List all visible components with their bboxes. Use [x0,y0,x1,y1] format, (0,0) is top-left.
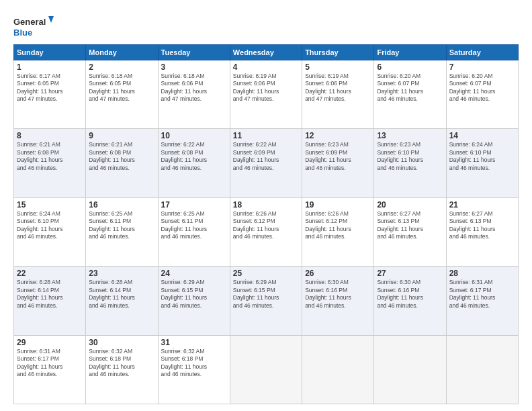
logo: General Blue [13,13,54,39]
day-info: Sunrise: 6:25 AM Sunset: 6:11 PM Dayligh… [161,210,227,241]
day-number: 12 [305,131,371,140]
day-number: 1 [17,62,83,72]
logo-svg: General Blue [13,13,54,39]
calendar-day-header: Tuesday [158,45,230,60]
day-info: Sunrise: 6:24 AM Sunset: 6:10 PM Dayligh… [17,210,83,241]
day-info: Sunrise: 6:21 AM Sunset: 6:08 PM Dayligh… [17,141,83,172]
day-number: 14 [449,131,515,140]
day-info: Sunrise: 6:20 AM Sunset: 6:07 PM Dayligh… [377,73,443,103]
day-info: Sunrise: 6:21 AM Sunset: 6:08 PM Dayligh… [89,141,154,172]
day-number: 20 [377,200,443,210]
calendar-day-cell: 1Sunrise: 6:17 AM Sunset: 6:05 PM Daylig… [14,60,86,129]
day-number: 6 [377,62,443,72]
calendar-day-cell: 26Sunrise: 6:30 AM Sunset: 6:16 PM Dayli… [302,267,374,335]
calendar-week-row: 22Sunrise: 6:28 AM Sunset: 6:14 PM Dayli… [14,267,519,335]
calendar-day-header: Sunday [14,45,86,60]
day-info: Sunrise: 6:18 AM Sunset: 6:05 PM Dayligh… [89,73,154,103]
calendar-day-cell: 5Sunrise: 6:19 AM Sunset: 6:06 PM Daylig… [302,60,374,129]
calendar-day-cell: 3Sunrise: 6:18 AM Sunset: 6:06 PM Daylig… [158,60,230,129]
day-number: 15 [17,200,83,210]
day-info: Sunrise: 6:24 AM Sunset: 6:10 PM Dayligh… [449,141,515,172]
day-info: Sunrise: 6:30 AM Sunset: 6:16 PM Dayligh… [305,279,371,310]
calendar-day-cell [374,335,446,404]
svg-marker-2 [48,16,54,23]
day-info: Sunrise: 6:32 AM Sunset: 6:18 PM Dayligh… [89,348,154,379]
calendar-day-cell: 4Sunrise: 6:19 AM Sunset: 6:06 PM Daylig… [230,60,302,129]
calendar-table: SundayMondayTuesdayWednesdayThursdayFrid… [13,44,519,404]
day-number: 8 [17,131,83,140]
day-info: Sunrise: 6:19 AM Sunset: 6:06 PM Dayligh… [233,73,299,103]
header: General Blue [13,11,519,39]
day-info: Sunrise: 6:19 AM Sunset: 6:06 PM Dayligh… [305,73,371,103]
calendar-day-header: Friday [374,45,446,60]
day-number: 18 [233,200,299,210]
calendar-day-cell: 16Sunrise: 6:25 AM Sunset: 6:11 PM Dayli… [86,197,158,266]
calendar-day-cell: 8Sunrise: 6:21 AM Sunset: 6:08 PM Daylig… [14,129,86,197]
day-number: 30 [89,338,154,347]
day-info: Sunrise: 6:23 AM Sunset: 6:09 PM Dayligh… [305,141,371,172]
day-number: 2 [89,62,154,72]
day-number: 17 [161,200,227,210]
day-number: 19 [305,200,371,210]
day-number: 13 [377,131,443,140]
day-number: 29 [17,338,83,347]
day-number: 11 [233,131,299,140]
calendar-week-row: 8Sunrise: 6:21 AM Sunset: 6:08 PM Daylig… [14,129,519,197]
day-number: 7 [449,62,515,72]
calendar-day-cell: 20Sunrise: 6:27 AM Sunset: 6:13 PM Dayli… [374,197,446,266]
day-info: Sunrise: 6:22 AM Sunset: 6:08 PM Dayligh… [161,141,227,172]
day-number: 25 [233,269,299,278]
calendar-day-cell [230,335,302,404]
day-info: Sunrise: 6:22 AM Sunset: 6:09 PM Dayligh… [233,141,299,172]
calendar-day-cell [302,335,374,404]
day-info: Sunrise: 6:18 AM Sunset: 6:06 PM Dayligh… [161,73,227,103]
calendar-day-cell: 14Sunrise: 6:24 AM Sunset: 6:10 PM Dayli… [446,129,518,197]
day-info: Sunrise: 6:25 AM Sunset: 6:11 PM Dayligh… [89,210,154,241]
calendar-week-row: 29Sunrise: 6:31 AM Sunset: 6:17 PM Dayli… [14,335,519,404]
calendar-week-row: 15Sunrise: 6:24 AM Sunset: 6:10 PM Dayli… [14,197,519,266]
day-info: Sunrise: 6:27 AM Sunset: 6:13 PM Dayligh… [377,210,443,241]
calendar-day-cell: 21Sunrise: 6:27 AM Sunset: 6:13 PM Dayli… [446,197,518,266]
calendar-day-cell: 23Sunrise: 6:28 AM Sunset: 6:14 PM Dayli… [86,267,158,335]
calendar-day-cell: 10Sunrise: 6:22 AM Sunset: 6:08 PM Dayli… [158,129,230,197]
calendar-day-header: Saturday [446,45,518,60]
calendar-day-header: Thursday [302,45,374,60]
page: General Blue SundayMondayTuesdayWednesda… [0,0,532,411]
day-number: 31 [161,338,227,347]
calendar-day-cell: 25Sunrise: 6:29 AM Sunset: 6:15 PM Dayli… [230,267,302,335]
day-info: Sunrise: 6:20 AM Sunset: 6:07 PM Dayligh… [449,73,515,103]
day-number: 21 [449,200,515,210]
day-number: 22 [17,269,83,278]
day-info: Sunrise: 6:28 AM Sunset: 6:14 PM Dayligh… [89,279,154,310]
day-info: Sunrise: 6:23 AM Sunset: 6:10 PM Dayligh… [377,141,443,172]
day-number: 4 [233,62,299,72]
day-number: 28 [449,269,515,278]
day-info: Sunrise: 6:30 AM Sunset: 6:16 PM Dayligh… [377,279,443,310]
calendar-day-cell: 12Sunrise: 6:23 AM Sunset: 6:09 PM Dayli… [302,129,374,197]
calendar-day-header: Wednesday [230,45,302,60]
calendar-day-cell [446,335,518,404]
day-info: Sunrise: 6:29 AM Sunset: 6:15 PM Dayligh… [233,279,299,310]
calendar-week-row: 1Sunrise: 6:17 AM Sunset: 6:05 PM Daylig… [14,60,519,129]
calendar-day-cell: 27Sunrise: 6:30 AM Sunset: 6:16 PM Dayli… [374,267,446,335]
calendar-day-cell: 9Sunrise: 6:21 AM Sunset: 6:08 PM Daylig… [86,129,158,197]
day-number: 9 [89,131,154,140]
calendar-day-cell: 11Sunrise: 6:22 AM Sunset: 6:09 PM Dayli… [230,129,302,197]
calendar-day-cell: 19Sunrise: 6:26 AM Sunset: 6:12 PM Dayli… [302,197,374,266]
calendar-day-cell: 30Sunrise: 6:32 AM Sunset: 6:18 PM Dayli… [86,335,158,404]
day-info: Sunrise: 6:26 AM Sunset: 6:12 PM Dayligh… [305,210,371,241]
calendar-day-cell: 7Sunrise: 6:20 AM Sunset: 6:07 PM Daylig… [446,60,518,129]
day-info: Sunrise: 6:29 AM Sunset: 6:15 PM Dayligh… [161,279,227,310]
svg-text:General: General [13,17,46,27]
day-info: Sunrise: 6:32 AM Sunset: 6:18 PM Dayligh… [161,348,227,379]
day-info: Sunrise: 6:28 AM Sunset: 6:14 PM Dayligh… [17,279,83,310]
calendar-day-cell: 17Sunrise: 6:25 AM Sunset: 6:11 PM Dayli… [158,197,230,266]
day-number: 5 [305,62,371,72]
calendar-day-cell: 29Sunrise: 6:31 AM Sunset: 6:17 PM Dayli… [14,335,86,404]
day-info: Sunrise: 6:17 AM Sunset: 6:05 PM Dayligh… [17,73,83,103]
calendar-header-row: SundayMondayTuesdayWednesdayThursdayFrid… [14,45,519,60]
day-info: Sunrise: 6:31 AM Sunset: 6:17 PM Dayligh… [449,279,515,310]
day-info: Sunrise: 6:27 AM Sunset: 6:13 PM Dayligh… [449,210,515,241]
day-info: Sunrise: 6:31 AM Sunset: 6:17 PM Dayligh… [17,348,83,379]
day-number: 16 [89,200,154,210]
